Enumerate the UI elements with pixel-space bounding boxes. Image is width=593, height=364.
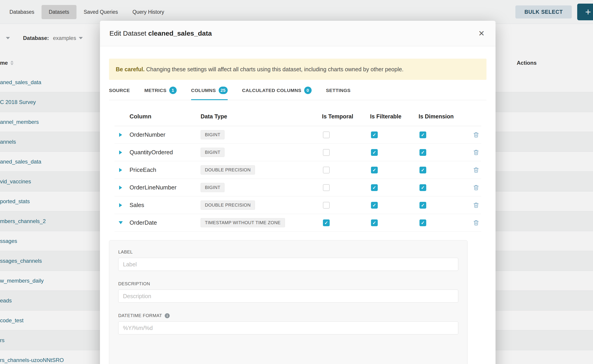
column-row: OrderNumberBIGINT✓✓: [114, 126, 481, 144]
column-row: OrderLineNumberBIGINT✓✓: [114, 179, 481, 196]
delete-column-button[interactable]: [473, 149, 479, 156]
warning-banner: Be careful. Changing these settings will…: [109, 59, 487, 80]
edit-dataset-modal: Edit Dataset cleaned_sales_data ✕ Be car…: [100, 21, 495, 364]
screen: DatabasesDatasetsSaved QueriesQuery Hist…: [0, 0, 593, 364]
modal-body: Be careful. Changing these settings will…: [100, 59, 495, 364]
column-row: SalesDOUBLE PRECISION✓✓: [114, 196, 481, 214]
is-temporal-checkbox[interactable]: [323, 167, 330, 173]
tab-columns[interactable]: COLUMNS25: [191, 87, 228, 100]
tab-badge: 0: [304, 87, 312, 94]
columns-table-body: OrderNumberBIGINT✓✓QuantityOrderedBIGINT…: [114, 126, 481, 232]
expand-caret-icon[interactable]: [119, 203, 122, 207]
is-dimension-checkbox[interactable]: ✓: [420, 220, 426, 226]
warning-banner-bold: Be careful.: [116, 66, 145, 72]
is-dimension-checkbox[interactable]: ✓: [420, 184, 426, 191]
tab-label: CALCULATED COLUMNS: [242, 88, 302, 93]
tab-metrics[interactable]: METRICS1: [145, 87, 177, 100]
modal-header: Edit Dataset cleaned_sales_data ✕: [100, 21, 495, 46]
label-input[interactable]: [118, 258, 458, 271]
data-type-pill: DOUBLE PRECISION: [201, 201, 255, 210]
info-icon: i: [165, 313, 170, 318]
column-name: OrderDate: [127, 219, 201, 226]
tab-badge: 25: [219, 87, 228, 94]
is-filterable-checkbox[interactable]: ✓: [371, 167, 378, 173]
tab-label: SETTINGS: [326, 88, 351, 93]
modal-title: Edit Dataset cleaned_sales_data: [109, 30, 212, 37]
is-filterable-checkbox[interactable]: ✓: [371, 202, 378, 209]
delete-column-button[interactable]: [473, 184, 479, 191]
column-row: OrderDateTIMESTAMP WITHOUT TIME ZONE✓✓✓: [114, 214, 481, 232]
expand-caret-icon[interactable]: [119, 168, 122, 172]
is-filterable-header: Is Filterable: [370, 113, 419, 120]
column-name: PriceEach: [127, 166, 201, 173]
tab-label: METRICS: [145, 88, 166, 93]
data-type-pill: BIGINT: [201, 130, 224, 139]
is-dimension-checkbox[interactable]: ✓: [420, 167, 426, 173]
is-temporal-checkbox[interactable]: [323, 131, 330, 138]
column-name: Sales: [127, 202, 201, 209]
data-type-pill: BIGINT: [201, 183, 224, 192]
delete-column-button[interactable]: [473, 132, 479, 138]
is-temporal-checkbox[interactable]: [323, 202, 330, 209]
tab-source[interactable]: SOURCE: [109, 87, 130, 100]
is-temporal-header: Is Temporal: [322, 113, 370, 120]
datetime-format-input[interactable]: [118, 321, 458, 334]
description-field-label: DESCRIPTION: [118, 281, 458, 286]
tab-label: COLUMNS: [191, 88, 216, 93]
column-name: QuantityOrdered: [127, 149, 201, 156]
is-dimension-checkbox[interactable]: ✓: [420, 202, 426, 209]
column-name: OrderLineNumber: [127, 184, 201, 191]
modal-title-dataset-name: cleaned_sales_data: [148, 30, 212, 37]
datetime-format-field-label: DATETIME FORMAT i: [118, 313, 458, 318]
is-dimension-header: Is Dimension: [419, 113, 473, 120]
is-filterable-checkbox[interactable]: ✓: [371, 131, 378, 138]
column-editor-panel: LABEL DESCRIPTION DATETIME FORMAT i: [109, 240, 468, 364]
is-dimension-checkbox[interactable]: ✓: [420, 149, 426, 156]
is-temporal-checkbox[interactable]: ✓: [323, 220, 330, 226]
is-temporal-checkbox[interactable]: [323, 149, 330, 156]
delete-column-button[interactable]: [473, 167, 479, 173]
is-temporal-checkbox[interactable]: [323, 184, 330, 191]
expand-caret-icon[interactable]: [119, 133, 122, 137]
columns-table-header: Column Data Type Is Temporal Is Filterab…: [114, 107, 481, 126]
tab-badge: 1: [169, 87, 177, 94]
tab-settings[interactable]: SETTINGS: [326, 87, 351, 100]
is-filterable-checkbox[interactable]: ✓: [371, 149, 378, 156]
tab-label: SOURCE: [109, 88, 130, 93]
is-dimension-checkbox[interactable]: ✓: [420, 131, 426, 138]
warning-banner-text: Changing these settings will affect all …: [146, 66, 404, 72]
delete-column-button[interactable]: [473, 202, 479, 208]
data-type-pill: BIGINT: [201, 148, 224, 157]
column-row: PriceEachDOUBLE PRECISION✓✓: [114, 161, 481, 179]
column-row: QuantityOrderedBIGINT✓✓: [114, 144, 481, 161]
is-filterable-checkbox[interactable]: ✓: [371, 184, 378, 191]
column-name: OrderNumber: [127, 131, 201, 138]
delete-column-button[interactable]: [473, 220, 479, 226]
is-filterable-checkbox[interactable]: ✓: [371, 220, 378, 226]
label-field-label: LABEL: [118, 249, 458, 255]
data-type-pill: TIMESTAMP WITHOUT TIME ZONE: [201, 218, 285, 227]
collapse-caret-icon[interactable]: [119, 221, 123, 224]
modal-title-prefix: Edit Dataset: [109, 30, 146, 37]
close-icon[interactable]: ✕: [477, 29, 486, 38]
data-type-pill: DOUBLE PRECISION: [201, 165, 255, 175]
tab-calculated-columns[interactable]: CALCULATED COLUMNS0: [242, 87, 312, 100]
modal-tabs: SOURCEMETRICS1COLUMNS25CALCULATED COLUMN…: [109, 87, 487, 100]
columns-table: Column Data Type Is Temporal Is Filterab…: [114, 107, 481, 232]
description-input[interactable]: [118, 290, 458, 303]
expand-caret-icon[interactable]: [119, 150, 122, 155]
data-type-header: Data Type: [201, 113, 322, 120]
expand-caret-icon[interactable]: [119, 186, 122, 190]
column-header: Column: [127, 113, 201, 120]
